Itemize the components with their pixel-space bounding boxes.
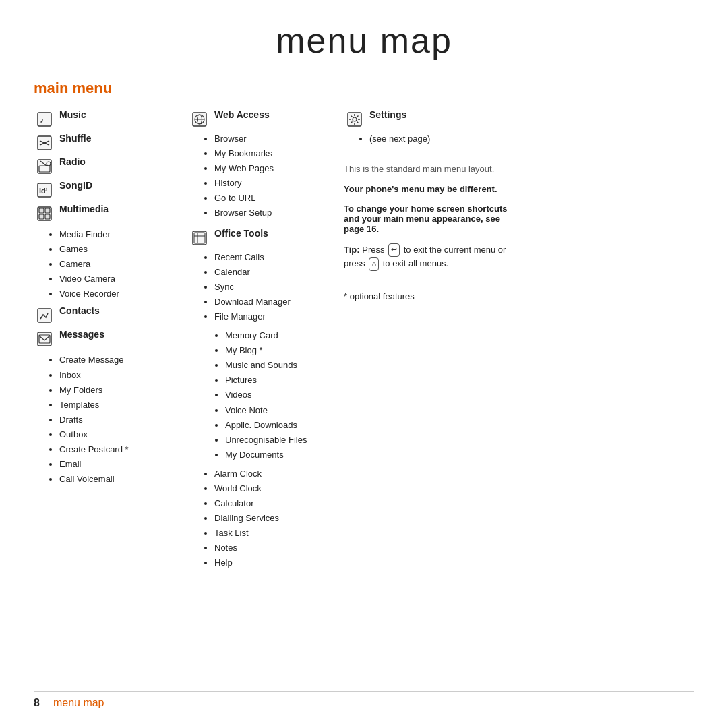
list-item: Calendar xyxy=(214,265,337,280)
list-item: Notes xyxy=(214,541,337,555)
list-item: My Documents xyxy=(225,448,337,462)
menu-item-shuffle: Shuffle xyxy=(34,133,189,152)
list-item: History xyxy=(214,176,337,191)
settings-sub-list: (see next page) xyxy=(369,131,512,146)
messages-label: Messages xyxy=(59,329,104,340)
list-item: Memory Card xyxy=(225,328,337,343)
list-item: (see next page) xyxy=(369,131,512,146)
messages-sub-list: Create Message Inbox My Folders Template… xyxy=(59,353,189,487)
list-item: Alarm Clock xyxy=(214,466,337,481)
list-item: World Clock xyxy=(214,481,337,496)
list-item: Pictures xyxy=(225,373,337,388)
multimedia-label: Multimedia xyxy=(59,204,109,214)
content-area: ♪ Music Shuffle xyxy=(34,109,694,575)
column-2: Web Access Browser My Bookmarks My Web P… xyxy=(189,109,337,575)
shuffle-label: Shuffle xyxy=(59,133,91,144)
menu-item-songid: id ♪ SongID xyxy=(34,180,189,200)
svg-text:♪: ♪ xyxy=(44,186,48,193)
songid-label: SongID xyxy=(59,180,92,191)
radio-label: Radio xyxy=(59,156,86,167)
list-item: Video Camera xyxy=(59,272,189,286)
list-item: Call Voicemail xyxy=(59,472,189,487)
list-item: File Manager xyxy=(214,309,337,324)
page: menu map main menu ♪ Music xyxy=(0,0,728,728)
list-item: Templates xyxy=(59,398,189,413)
svg-rect-18 xyxy=(38,332,51,346)
office-tools-label: Office Tools xyxy=(214,228,268,239)
menu-item-messages: Messages xyxy=(34,329,189,348)
list-item: Email xyxy=(59,457,189,472)
footer-title: menu map xyxy=(53,697,104,709)
list-item: Download Manager xyxy=(214,295,337,309)
settings-header: Settings xyxy=(344,109,512,129)
svg-rect-15 xyxy=(39,214,44,219)
list-item: My Bookmarks xyxy=(214,146,337,161)
settings-icon xyxy=(344,110,365,129)
list-item: Browser xyxy=(214,131,337,146)
column-1: ♪ Music Shuffle xyxy=(34,109,189,575)
list-item: Inbox xyxy=(59,368,189,383)
settings-label: Settings xyxy=(369,109,406,120)
music-label: Music xyxy=(59,109,86,120)
main-menu-heading: main menu xyxy=(34,80,694,97)
tip-label: Tip: xyxy=(344,245,360,255)
web-access-sub-list: Browser My Bookmarks My Web Pages Histor… xyxy=(214,131,337,221)
change-instructions: To change your home screen shortcuts and… xyxy=(344,204,512,234)
page-number: 8 xyxy=(34,697,40,709)
footer: 8 menu map xyxy=(34,691,694,709)
menu-item-radio: Radio xyxy=(34,156,189,176)
messages-icon xyxy=(34,330,55,348)
svg-rect-24 xyxy=(193,231,206,245)
tip-text: Tip: Press ↩ to exit the current menu or… xyxy=(344,243,512,272)
list-item: Help xyxy=(214,555,337,570)
list-item: Task List xyxy=(214,526,337,541)
radio-icon xyxy=(34,157,55,176)
contacts-icon xyxy=(34,306,55,325)
multimedia-sub-list: Media Finder Games Camera Video Camera V… xyxy=(59,227,189,301)
page-title: menu map xyxy=(34,20,694,61)
list-item: Dialling Services xyxy=(214,511,337,526)
svg-rect-16 xyxy=(45,214,50,219)
web-access-header: Web Access xyxy=(189,109,337,129)
column-3: Settings (see next page) This is the sta… xyxy=(337,109,512,575)
optional-note: * optional features xyxy=(344,291,512,301)
office-tools-sub-bottom: Alarm Clock World Clock Calculator Diall… xyxy=(214,466,337,571)
contacts-label: Contacts xyxy=(59,305,100,316)
list-item: Sync xyxy=(214,280,337,295)
office-tools-icon xyxy=(189,229,210,247)
list-item: My Blog * xyxy=(225,343,337,358)
list-item: Browser Setup xyxy=(214,206,337,220)
standard-note: This is the standard main menu layout. xyxy=(344,162,512,176)
list-item: Media Finder xyxy=(59,227,189,242)
office-tools-sub-indent: Memory Card My Blog * Music and Sounds P… xyxy=(225,328,337,462)
phone-different-note: Your phone's menu may be different. xyxy=(344,184,512,194)
list-item: Applic. Downloads xyxy=(225,418,337,433)
notes-section: This is the standard main menu layout. Y… xyxy=(344,162,512,301)
list-item: Create Postcard * xyxy=(59,442,189,457)
web-access-icon xyxy=(189,110,210,129)
music-icon: ♪ xyxy=(34,110,55,129)
list-item: Go to URL xyxy=(214,191,337,206)
shuffle-icon xyxy=(34,133,55,152)
list-item: Music and Sounds xyxy=(225,358,337,373)
web-access-label: Web Access xyxy=(214,109,270,120)
list-item: Calculator xyxy=(214,496,337,511)
back-key-icon: ↩ xyxy=(388,243,400,257)
songid-icon: id ♪ xyxy=(34,181,55,200)
list-item: Voice Note xyxy=(225,403,337,418)
svg-text:♪: ♪ xyxy=(40,115,44,125)
list-item: Outbox xyxy=(59,427,189,442)
list-item: Camera xyxy=(59,257,189,272)
list-item: Voice Recorder xyxy=(59,286,189,301)
list-item: Videos xyxy=(225,388,337,402)
menu-item-contacts: Contacts xyxy=(34,305,189,325)
list-item: Recent Calls xyxy=(214,250,337,265)
home-key-icon: ⌂ xyxy=(369,257,379,271)
list-item: Games xyxy=(59,242,189,257)
menu-item-multimedia: Multimedia xyxy=(34,204,189,223)
list-item: My Web Pages xyxy=(214,161,337,176)
multimedia-icon xyxy=(34,204,55,223)
list-item: Create Message xyxy=(59,353,189,367)
list-item: Unrecognisable Files xyxy=(225,433,337,448)
office-tools-sub-top: Recent Calls Calendar Sync Download Mana… xyxy=(214,250,337,324)
